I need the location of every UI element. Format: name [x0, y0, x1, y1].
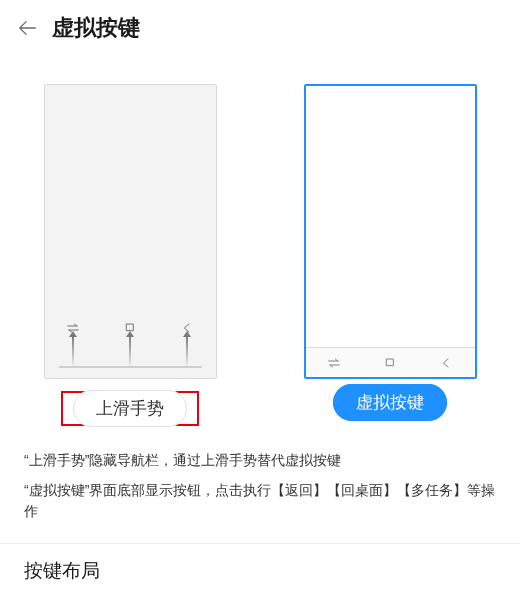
desc-keys: “虚拟按键”界面底部显示按钮，点击执行【返回】【回桌面】【多任务】等操作: [24, 480, 496, 521]
app-header: 虚拟按键: [0, 0, 520, 56]
swipe-col-home: [122, 322, 138, 368]
home-square-icon: [382, 357, 398, 369]
navbar-preview: [306, 347, 475, 377]
keys-option-label[interactable]: 虚拟按键: [333, 384, 447, 421]
nav-mode-options: 上滑手势 虚拟按键: [0, 56, 520, 436]
option-swipe-gesture[interactable]: 上滑手势: [44, 84, 217, 426]
recents-swap-icon: [326, 357, 342, 369]
swipe-col-back: [179, 322, 195, 368]
back-caret-icon: [438, 357, 454, 369]
swipe-up-arrow-icon: [72, 336, 74, 368]
desc-swipe: “上滑手势”隐藏导航栏，通过上滑手势替代虚拟按键: [24, 450, 496, 470]
swipe-baseline: [59, 366, 202, 368]
swipe-up-arrow-icon: [129, 336, 131, 368]
page-title: 虚拟按键: [52, 13, 140, 43]
tutorial-highlight: 上滑手势: [61, 391, 199, 426]
keys-preview-frame: [304, 84, 477, 379]
description-area: “上滑手势”隐藏导航栏，通过上滑手势替代虚拟按键 “虚拟按键”界面底部显示按钮，…: [0, 436, 520, 537]
swipe-preview-frame: [44, 84, 217, 379]
swipe-col-recents: [65, 322, 81, 368]
key-layout-title: 按键布局: [24, 558, 496, 584]
svg-rect-0: [127, 324, 134, 331]
back-button[interactable]: [14, 14, 42, 42]
swipe-indicators: [45, 308, 216, 368]
back-arrow-icon: [17, 17, 39, 39]
section-divider: [0, 543, 520, 544]
swipe-up-arrow-icon: [186, 336, 188, 368]
swipe-option-label[interactable]: 上滑手势: [73, 390, 187, 427]
svg-rect-1: [387, 359, 394, 366]
option-virtual-keys[interactable]: 虚拟按键: [304, 84, 477, 426]
key-layout-section[interactable]: 按键布局: [0, 550, 520, 591]
